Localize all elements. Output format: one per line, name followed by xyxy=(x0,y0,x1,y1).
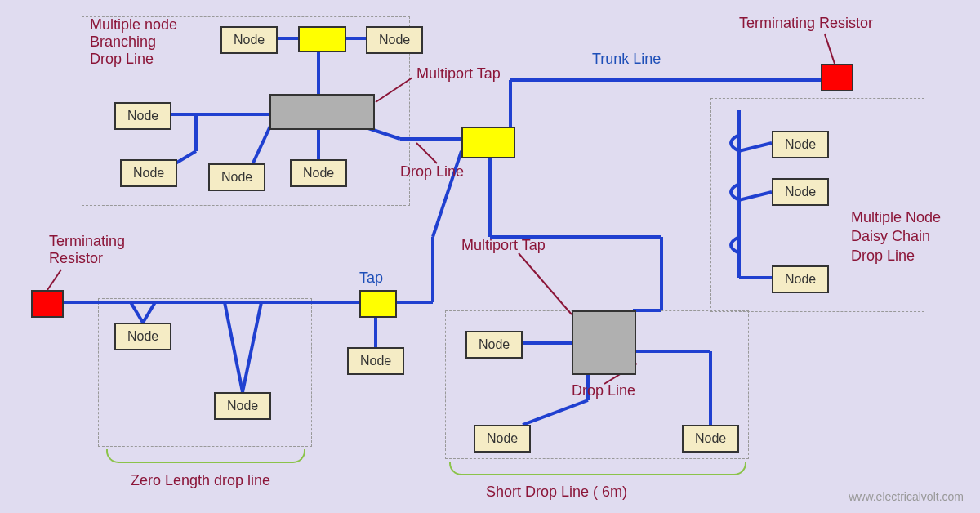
label-trunk: Trunk Line xyxy=(592,51,661,68)
label-daisy: Multiple Node Daisy Chain Drop Line xyxy=(851,208,941,265)
tap-lower xyxy=(359,290,397,318)
label-multiport-1: Multiport Tap xyxy=(416,65,501,83)
svg-line-35 xyxy=(825,34,835,64)
node-tap-lower: Node xyxy=(347,347,404,375)
node-branch-2: Node xyxy=(366,26,423,54)
label-term-right: Terminating Resistor xyxy=(739,15,873,32)
node-branch-3: Node xyxy=(114,102,172,130)
node-short-1: Node xyxy=(466,331,523,359)
node-branch-6: Node xyxy=(290,159,347,187)
label-term-left: Terminating Resistor xyxy=(49,233,125,267)
tap-branch-top xyxy=(298,26,346,52)
svg-line-36 xyxy=(47,270,61,290)
label-drop-1: Drop Line xyxy=(400,163,464,181)
node-zero-1: Node xyxy=(114,323,172,350)
svg-line-37 xyxy=(519,253,572,314)
group-zero xyxy=(98,298,312,447)
svg-line-34 xyxy=(416,143,437,163)
terminator-left xyxy=(31,290,64,318)
node-branch-4: Node xyxy=(120,159,177,187)
label-multiport-2: Multiport Tap xyxy=(461,237,546,254)
node-daisy-1: Node xyxy=(772,131,829,158)
watermark: www.electricalvolt.com xyxy=(849,490,964,503)
node-short-3: Node xyxy=(682,425,739,453)
node-short-2: Node xyxy=(474,425,531,453)
label-zero: Zero Length drop line xyxy=(131,472,270,489)
tap-center xyxy=(461,127,515,158)
multiport-tap-1 xyxy=(270,94,375,130)
label-tap: Tap xyxy=(359,270,383,287)
label-multi-branch: Multiple node Branching Drop Line xyxy=(90,16,177,68)
brace-zero xyxy=(106,449,305,463)
node-daisy-2: Node xyxy=(772,178,829,206)
label-short: Short Drop Line ( 6m) xyxy=(486,484,627,501)
node-branch-5: Node xyxy=(208,163,265,191)
node-branch-1: Node xyxy=(220,26,278,54)
node-zero-2: Node xyxy=(214,392,271,420)
multiport-tap-2 xyxy=(572,310,636,375)
node-daisy-3: Node xyxy=(772,265,829,293)
brace-short xyxy=(449,462,746,475)
label-drop-2: Drop Line xyxy=(572,382,635,399)
terminator-right xyxy=(821,64,853,91)
